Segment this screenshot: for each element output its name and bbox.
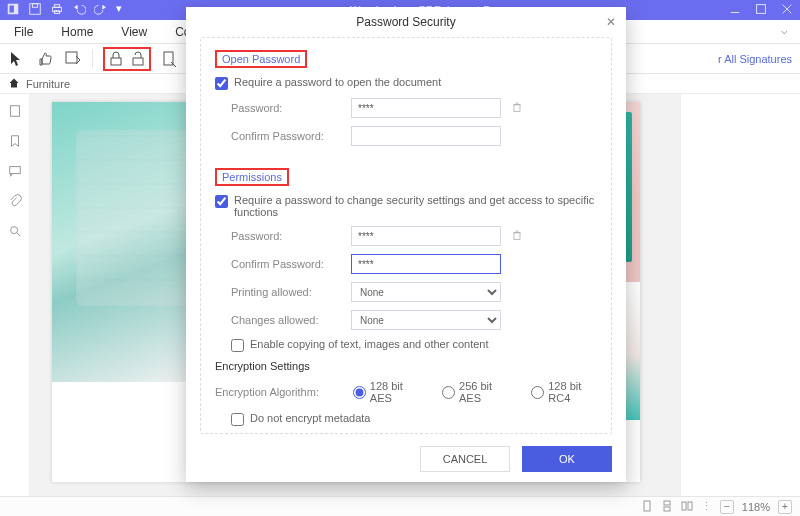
clear-perm-password-icon[interactable] [511,229,523,243]
svg-rect-13 [133,58,143,65]
encryption-settings-heading: Encryption Settings [215,360,597,372]
svg-rect-24 [514,105,520,112]
svg-rect-27 [514,233,520,240]
svg-rect-2 [30,4,41,15]
svg-line-10 [783,5,792,14]
open-password-heading: Open Password [215,50,307,68]
svg-line-9 [783,5,792,14]
svg-rect-19 [644,501,650,511]
print-icon[interactable] [50,2,64,18]
require-open-password-checkbox[interactable] [215,77,228,90]
svg-line-18 [16,233,20,237]
encryption-algorithm-label: Encryption Algorithm: [215,386,329,398]
menubar-expand-icon[interactable]: ⌵ [781,24,788,37]
perm-password-input[interactable] [351,226,501,246]
enc-128aes-label: 128 bit AES [370,380,418,404]
menu-home[interactable]: Home [47,25,107,39]
doc-image-left [52,102,207,382]
thumbnails-icon[interactable] [8,104,22,120]
enc-256aes-label: 256 bit AES [459,380,507,404]
enc-128rc4-label: 128 bit RC4 [548,380,597,404]
perm-confirm-input[interactable] [351,254,501,274]
view-mode-single-icon[interactable] [641,500,653,514]
enc-128aes-radio[interactable] [353,386,366,399]
changes-allowed-label: Changes allowed: [231,314,351,326]
maximize-icon[interactable] [754,2,768,18]
perm-confirm-label: Confirm Password: [231,258,351,270]
home-icon[interactable] [8,77,20,91]
comment-icon[interactable] [8,164,22,180]
save-icon[interactable] [28,2,42,18]
thumbs-up-icon[interactable] [36,50,54,68]
clear-open-password-icon[interactable] [511,101,523,115]
svg-rect-1 [10,6,14,13]
svg-rect-22 [682,502,686,510]
undo-icon[interactable] [72,2,86,18]
edit-box-icon[interactable] [64,50,82,68]
ok-button[interactable]: OK [522,446,612,472]
require-perm-password-label: Require a password to change security se… [234,194,597,218]
cancel-button[interactable]: CANCEL [420,446,510,472]
all-signatures-link[interactable]: r All Signatures [718,53,792,65]
security-tools-highlight [103,47,151,71]
app-logo-icon [6,2,20,18]
permissions-heading: Permissions [215,168,289,186]
printing-allowed-select[interactable]: None [351,282,501,302]
right-panel [680,94,800,516]
perm-password-label: Password: [231,230,351,242]
svg-rect-6 [54,11,59,14]
menu-view[interactable]: View [107,25,161,39]
dont-encrypt-metadata-checkbox[interactable] [231,413,244,426]
dialog-title: Password Security [186,7,626,35]
zoom-value: 118% [742,501,770,513]
open-password-input[interactable] [351,98,501,118]
open-confirm-input[interactable] [351,126,501,146]
enable-copy-checkbox[interactable] [231,339,244,352]
svg-rect-8 [757,5,766,14]
view-mode-more-icon[interactable]: ⋮ [701,500,712,513]
zoom-in-button[interactable]: + [778,500,792,514]
menu-file[interactable]: File [0,25,47,39]
minimize-icon[interactable] [728,2,742,18]
changes-allowed-select[interactable]: None [351,310,501,330]
breadcrumb-item[interactable]: Furniture [26,78,70,90]
close-window-icon[interactable] [780,2,794,18]
sign-doc-icon[interactable] [161,50,179,68]
svg-rect-3 [32,4,37,8]
statusbar: ⋮ − 118% + [0,496,800,516]
lock-icon[interactable] [107,50,125,68]
svg-rect-16 [9,167,20,174]
password-security-dialog: Password Security ✕ Open Password Requir… [186,7,626,482]
bookmark-icon[interactable] [8,134,22,150]
zoom-out-button[interactable]: − [720,500,734,514]
enc-256aes-radio[interactable] [442,386,455,399]
search-rail-icon[interactable] [8,224,22,240]
svg-rect-23 [688,502,692,510]
svg-rect-0 [8,4,19,15]
select-tool-icon[interactable] [8,50,26,68]
require-perm-password-checkbox[interactable] [215,195,228,208]
svg-rect-12 [111,58,121,65]
open-password-label: Password: [231,102,351,114]
dont-encrypt-metadata-label: Do not encrypt metadata [250,412,370,424]
svg-rect-5 [54,5,59,8]
view-mode-continuous-icon[interactable] [661,500,673,514]
left-rail [0,94,30,516]
open-confirm-label: Confirm Password: [231,130,351,142]
svg-rect-21 [664,507,670,511]
svg-point-17 [10,227,17,234]
attachment-icon[interactable] [8,194,22,210]
svg-rect-4 [53,7,62,11]
view-mode-facing-icon[interactable] [681,500,693,514]
enc-128rc4-radio[interactable] [531,386,544,399]
svg-rect-11 [66,52,77,63]
svg-rect-14 [164,52,173,65]
require-open-password-label: Require a password to open the document [234,76,441,88]
redo-icon[interactable] [94,2,108,18]
svg-rect-20 [664,501,670,505]
svg-rect-15 [10,106,19,117]
dialog-close-icon[interactable]: ✕ [606,15,616,29]
unlock-icon[interactable] [129,50,147,68]
enable-copy-label: Enable copying of text, images and other… [250,338,489,350]
toolbar-separator [92,50,93,68]
